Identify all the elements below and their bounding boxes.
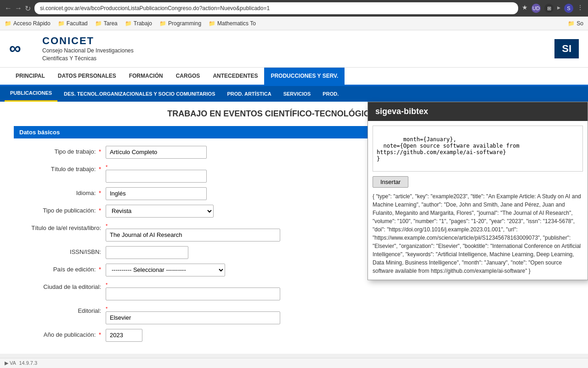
menu-icon[interactable]: ⋮ bbox=[577, 4, 583, 13]
refresh-button[interactable]: ↻ bbox=[25, 4, 31, 13]
folder-icon: 📁 bbox=[95, 20, 102, 27]
page-content: TRABAJO EN EVENTOS CIENTÍFICO-TECNOLÓGIC… bbox=[0, 102, 588, 354]
idioma-input[interactable] bbox=[106, 187, 207, 200]
issn-label: ISSN/ISBN: bbox=[14, 246, 106, 255]
url-bar[interactable]: si.conicet.gov.ar/eva/bcoProduccionLista… bbox=[34, 2, 518, 14]
form-row-anio: Año de publicación: * bbox=[14, 329, 574, 342]
revista-label: Título de la/el revista/libro: bbox=[14, 222, 106, 231]
editorial-label: Editorial: bbox=[14, 305, 106, 314]
conicet-logo-text: CONICET bbox=[42, 35, 134, 47]
conicet-header-right: SI bbox=[554, 39, 579, 58]
titulo-label: Título de trabajo: * bbox=[14, 163, 106, 172]
star-icon[interactable]: ★ bbox=[522, 4, 528, 13]
svg-text:∞: ∞ bbox=[9, 39, 21, 58]
required-indicator: * bbox=[106, 164, 335, 170]
tipo-publicacion-select[interactable]: Revista bbox=[106, 205, 214, 218]
ciudad-field-wrap: * bbox=[106, 281, 335, 300]
nav-principal[interactable]: PRINCIPAL bbox=[9, 68, 51, 85]
pais-label: País de edición: * bbox=[14, 264, 106, 273]
subnav-prod[interactable]: PROD. bbox=[317, 86, 344, 102]
extensions-icon[interactable]: ▸ bbox=[557, 4, 560, 13]
bookmark-trabajo[interactable]: 📁 Trabajo bbox=[125, 20, 152, 27]
required-star: * bbox=[99, 166, 101, 172]
popup-code-area[interactable]: month={January}, note={Open source softw… bbox=[373, 126, 583, 172]
si-label: SI bbox=[554, 39, 579, 58]
conicet-logo-area: ∞ CONICET Consejo Nacional De Investigac… bbox=[9, 35, 134, 63]
tipo-trabajo-input[interactable] bbox=[106, 146, 207, 159]
popup-insert-button[interactable]: Insertar bbox=[373, 176, 408, 188]
browser-controls[interactable]: ← → ↻ bbox=[5, 4, 31, 13]
subnav-servicios[interactable]: SERVICIOS bbox=[278, 86, 317, 102]
url-text: si.conicet.gov.ar/eva/bcoProduccionLista… bbox=[40, 5, 270, 12]
anio-field-wrap bbox=[106, 329, 335, 342]
folder-icon: 📁 bbox=[568, 20, 575, 27]
profile-ext: ⊞ bbox=[544, 4, 554, 13]
profile-s: S bbox=[564, 4, 573, 13]
conicet-subtitle: Consejo Nacional De Investigaciones Cien… bbox=[42, 47, 134, 63]
nav-producciones[interactable]: PRODUCCIONES Y SERV. bbox=[264, 68, 345, 85]
conicet-header: ∞ CONICET Consejo Nacional De Investigac… bbox=[0, 30, 588, 68]
folder-icon: 📁 bbox=[125, 20, 132, 27]
back-button[interactable]: ← bbox=[5, 4, 12, 12]
titulo-field-wrap: * bbox=[106, 163, 335, 183]
required-indicator: * bbox=[106, 223, 335, 229]
required-star: * bbox=[99, 207, 101, 214]
bookmark-so[interactable]: 📁 So bbox=[568, 20, 583, 27]
browser-icons: ★ UD ⊞ ▸ S ⋮ bbox=[522, 4, 583, 13]
subnav-prod-artistica[interactable]: PROD. ARTÍSTICA bbox=[221, 86, 277, 102]
issn-input[interactable] bbox=[106, 246, 188, 259]
form-row-editorial: Editorial: * bbox=[14, 305, 574, 324]
required-star: * bbox=[99, 148, 101, 155]
tipo-trabajo-field-wrap bbox=[106, 146, 335, 159]
nav-datos-personales[interactable]: DATOS PERSONALES bbox=[51, 68, 123, 85]
folder-icon: 📁 bbox=[159, 20, 166, 27]
popup-json-area: { "type": "article", "key": "example2023… bbox=[373, 192, 583, 275]
form-row-ciudad: Ciudad de la editorial: * bbox=[14, 281, 574, 300]
folder-icon: 📁 bbox=[209, 20, 215, 27]
issn-field-wrap bbox=[106, 246, 335, 259]
nav-menu: PRINCIPAL DATOS PERSONALES FORMACIÓN CAR… bbox=[0, 68, 588, 86]
ciudad-label: Ciudad de la editorial: bbox=[14, 281, 106, 290]
bookmark-programming[interactable]: 📁 Programming bbox=[159, 20, 201, 27]
idioma-field-wrap bbox=[106, 187, 335, 200]
bookmarks-bar: 📁 Acceso Rápido 📁 Facultad 📁 Tarea 📁 Tra… bbox=[0, 17, 588, 30]
sigeva-bibtex-popup: sigeva-bibtex month={January}, note={Ope… bbox=[368, 102, 588, 280]
required-indicator: * bbox=[106, 306, 335, 311]
editorial-field-wrap: * bbox=[106, 305, 335, 324]
browser-bar: ← → ↻ si.conicet.gov.ar/eva/bcoProduccio… bbox=[0, 0, 588, 17]
bookmark-facultad[interactable]: 📁 Facultad bbox=[58, 20, 88, 27]
required-star: * bbox=[99, 190, 101, 196]
revista-field-wrap: * bbox=[106, 222, 335, 242]
anio-label: Año de publicación: * bbox=[14, 329, 106, 338]
subnav-publicaciones[interactable]: PUBLICACIONES bbox=[5, 86, 57, 102]
folder-icon: 📁 bbox=[5, 20, 11, 27]
anio-input[interactable] bbox=[106, 329, 142, 342]
pais-field-wrap: ---------- Seleccionar ---------- bbox=[106, 264, 335, 276]
tipo-trabajo-label: Tipo de trabajo: * bbox=[14, 146, 106, 155]
idioma-label: Idioma: * bbox=[14, 187, 106, 196]
bookmark-acceso[interactable]: 📁 Acceso Rápido bbox=[5, 20, 51, 27]
sub-nav: PUBLICACIONES DES. TECNOL.ORGANIZACIONAL… bbox=[0, 86, 588, 102]
tipo-publicacion-label: Tipo de publicación: * bbox=[14, 205, 106, 214]
revista-input[interactable] bbox=[106, 229, 280, 242]
subnav-des-tecnol[interactable]: DES. TECNOL.ORGANIZACIONALES Y SOCIO COM… bbox=[58, 86, 220, 102]
required-star: * bbox=[99, 331, 101, 338]
ciudad-input[interactable] bbox=[106, 288, 280, 300]
pais-select[interactable]: ---------- Seleccionar ---------- bbox=[106, 264, 225, 276]
nav-antecedentes[interactable]: ANTECEDENTES bbox=[206, 68, 264, 85]
folder-icon: 📁 bbox=[58, 20, 65, 27]
required-indicator: * bbox=[106, 282, 335, 288]
required-star: * bbox=[99, 266, 101, 273]
popup-title: sigeva-bibtex bbox=[368, 102, 588, 121]
nav-cargos[interactable]: CARGOS bbox=[170, 68, 207, 85]
nav-formacion[interactable]: FORMACIÓN bbox=[123, 68, 170, 85]
bookmark-tarea[interactable]: 📁 Tarea bbox=[95, 20, 118, 27]
conicet-infinity-icon: ∞ bbox=[9, 39, 37, 58]
forward-button[interactable]: → bbox=[15, 4, 22, 12]
titulo-input[interactable] bbox=[106, 170, 207, 183]
tipo-publicacion-field-wrap: Revista bbox=[106, 205, 335, 218]
editorial-input[interactable] bbox=[106, 311, 280, 324]
profile-ud: UD bbox=[531, 4, 541, 13]
bookmark-math[interactable]: 📁 Mathematics To bbox=[209, 20, 256, 27]
